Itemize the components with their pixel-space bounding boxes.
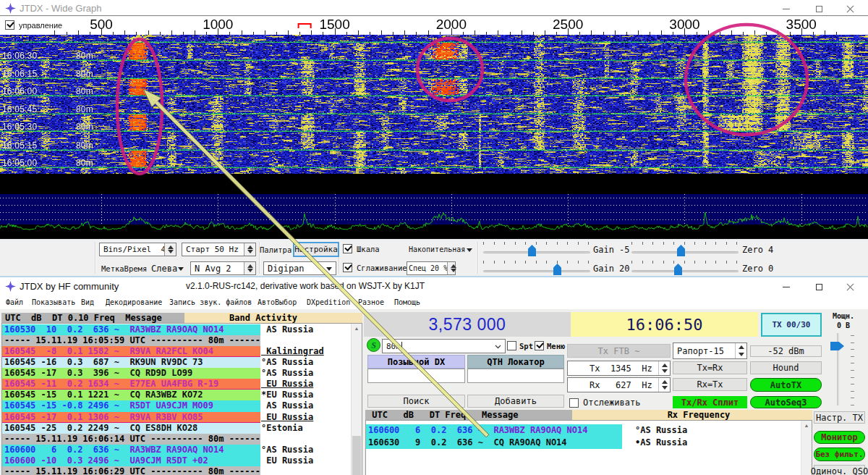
menu-item-7[interactable]: DXpedition (307, 298, 350, 306)
gain2-slider[interactable] (483, 262, 590, 275)
spec-spin-arrows[interactable] (447, 262, 455, 274)
tx-hz-spinbox[interactable]: Tx 1345 Hz (567, 361, 671, 376)
tx-watchdog-button[interactable]: TX 00/30 (761, 313, 822, 337)
no-filter-button[interactable]: Без фильт. (814, 447, 865, 461)
wg-minimize-button[interactable] (775, 2, 797, 15)
band-activity-row-11[interactable]: ----- 15.11.19 16:06:14 UTC ---------- 8… (2, 434, 260, 445)
wide-graph-title: JTDX - Wide Graph (20, 3, 101, 14)
add-button[interactable]: Добавить (467, 395, 564, 408)
dbm-button[interactable]: -52 dBm (750, 345, 822, 357)
band-activity-table[interactable]: 160530 10 0.2 636 ~ RA3WBZ RA9OAQ NO14 A… (1, 323, 362, 475)
tune-tx-button[interactable]: Настр. TX (814, 411, 865, 424)
rx-hz-spin-arrows[interactable] (658, 378, 670, 392)
band-select[interactable]: 80m (382, 339, 506, 353)
zero2-label: Zero 0 (742, 264, 773, 274)
band-activity-scroll-up[interactable]: ▲ (352, 324, 362, 335)
mode-select[interactable]: Накопительная (407, 243, 475, 256)
bins-pixel-spinbox[interactable]: Bins/Pixel 4 (99, 243, 176, 256)
autoseq-button[interactable]: AutoSeq3 (750, 396, 822, 408)
search-button[interactable]: Поиск (367, 395, 465, 408)
spec-spinbox[interactable]: Спец 20 % (407, 261, 456, 275)
scale-checkbox[interactable]: Шкала (343, 244, 380, 253)
wg-maximize-button[interactable] (808, 2, 830, 15)
txrx-split-button[interactable]: Tx/Rx Сплит (673, 396, 747, 408)
smooth-checkbox[interactable]: Сглаживание (343, 263, 407, 272)
dx-call-header[interactable]: Позывной DX (367, 355, 465, 369)
rx-frequency-scroll-up[interactable]: ▲ (801, 421, 812, 432)
rx-eq-tx-button[interactable]: Rx=Tx (673, 378, 747, 391)
decode-message-text: CQ RA9OAQ NO14 (483, 437, 567, 449)
report-spin-arrows[interactable] (735, 343, 746, 358)
zero1-slider-track[interactable] (631, 251, 739, 253)
zero1-slider-handle[interactable] (677, 245, 685, 256)
menu-item-3[interactable]: Вид (81, 298, 94, 306)
rx-frequency-table[interactable]: 160600 6 0.2 636 ~ RA3WBZ RA9OAQ NO14°AS… (365, 420, 812, 475)
main-close-button[interactable] (839, 280, 861, 293)
rx-frequency-scrollbar[interactable]: ▲ (801, 421, 812, 475)
start-hz-spin-arrows[interactable] (244, 243, 255, 256)
status-indicator-button[interactable]: S (367, 338, 380, 352)
band-activity-row-14[interactable]: ----- 15.11.19 16:06:29 UTC ---------- 8… (2, 466, 260, 475)
navg-spin-arrows[interactable] (244, 262, 255, 274)
menu-item-4[interactable]: Декодирование (106, 298, 162, 306)
tx-ftb-button[interactable]: Tx FTB ~ (567, 344, 671, 358)
monitor-button[interactable]: Монитор (814, 431, 865, 444)
palette-select[interactable]: Digipan (263, 261, 336, 275)
report-spinbox[interactable]: Рапорт-15 (673, 342, 747, 359)
spt-checkbox[interactable]: Spt (507, 341, 533, 350)
bins-pixel-spin-arrows[interactable] (164, 243, 176, 256)
zero2-slider-track[interactable] (631, 270, 739, 272)
waterfall-band-label-7: 80m (76, 158, 93, 168)
menu-item-6[interactable]: АвтоВыбор (258, 298, 297, 306)
menu-checkbox-box[interactable] (535, 341, 544, 350)
waterfall-control-checkbox[interactable]: управление (5, 20, 62, 30)
tx-eq-rx-button[interactable]: Tx=Rx (673, 361, 747, 374)
band-activity-row-2[interactable]: ----- 15.11.19 16:05:59 UTC ---------- 8… (2, 335, 260, 346)
adjust-button[interactable]: Настройка (293, 242, 339, 257)
decode-message-text: RK9UN RV9DC 73 (119, 357, 203, 368)
main-minimize-button[interactable] (775, 280, 797, 293)
autotx-button[interactable]: AutoTX (750, 378, 822, 392)
rx-hz-spinbox[interactable]: Rx 627 Hz (567, 377, 671, 392)
band-activity-scroll-thumb[interactable] (352, 436, 361, 475)
decode-numbers-text: 160530 10 0.2 636 ~ (4, 324, 119, 335)
zero1-slider[interactable] (631, 243, 739, 256)
tx-hz-spin-arrows[interactable] (658, 361, 670, 375)
gain1-slider-track[interactable] (483, 251, 590, 253)
gain2-slider-track[interactable] (483, 270, 590, 272)
frequency-ruler[interactable] (0, 17, 868, 35)
band-activity-scrollbar[interactable]: ▲ (351, 324, 362, 475)
navg-spinbox[interactable]: N Avg 2 (190, 261, 256, 275)
dx-call-input[interactable] (367, 369, 465, 383)
menu-checkbox[interactable]: Меню (535, 341, 565, 350)
menu-item-2[interactable]: Показывать (32, 298, 75, 306)
start-hz-spinbox[interactable]: Старт 50 Hz (182, 243, 256, 256)
dx-grid-header[interactable]: QTH Локатор (467, 355, 564, 369)
wg-close-button[interactable] (839, 2, 861, 15)
menu-item-5[interactable]: Запись звук. файлов (169, 298, 252, 306)
waterfall-canvas[interactable] (0, 35, 868, 174)
menu-item-1[interactable]: Файл (6, 298, 23, 306)
zero2-slider[interactable] (631, 262, 739, 275)
gain2-slider-handle[interactable] (553, 264, 561, 275)
gain1-slider[interactable] (483, 243, 590, 256)
timestamp-select[interactable]: Слева (147, 261, 188, 275)
menu-item-8[interactable]: Разное (358, 298, 384, 306)
smooth-checkbox-box[interactable] (343, 263, 352, 272)
zero2-slider-handle[interactable] (674, 264, 682, 275)
scale-checkbox-box[interactable] (343, 244, 352, 253)
track-checkbox[interactable]: Отслеживать (569, 398, 640, 408)
waterfall-band-label-3: 80m (76, 86, 93, 96)
control-checkbox-box[interactable] (5, 20, 14, 30)
single-qso-button[interactable]: Одиноч. QSO (814, 465, 865, 475)
hound-button[interactable]: Hound (750, 361, 822, 374)
dx-grid-input[interactable] (467, 369, 564, 383)
power-slider-handle[interactable] (830, 342, 844, 350)
track-checkbox-box[interactable] (569, 398, 579, 408)
spt-checkbox-box[interactable] (507, 341, 516, 350)
main-maximize-button[interactable] (808, 280, 830, 293)
band-activity-columns-header: UTC dB DT 0.10 Freq Message (1, 313, 184, 323)
wide-graph-controls: Bins/Pixel 4 Старт 50 Hz Палитра Настрой… (0, 239, 868, 276)
gain1-slider-handle[interactable] (528, 245, 536, 256)
menu-item-9[interactable]: Помощь (394, 298, 420, 306)
